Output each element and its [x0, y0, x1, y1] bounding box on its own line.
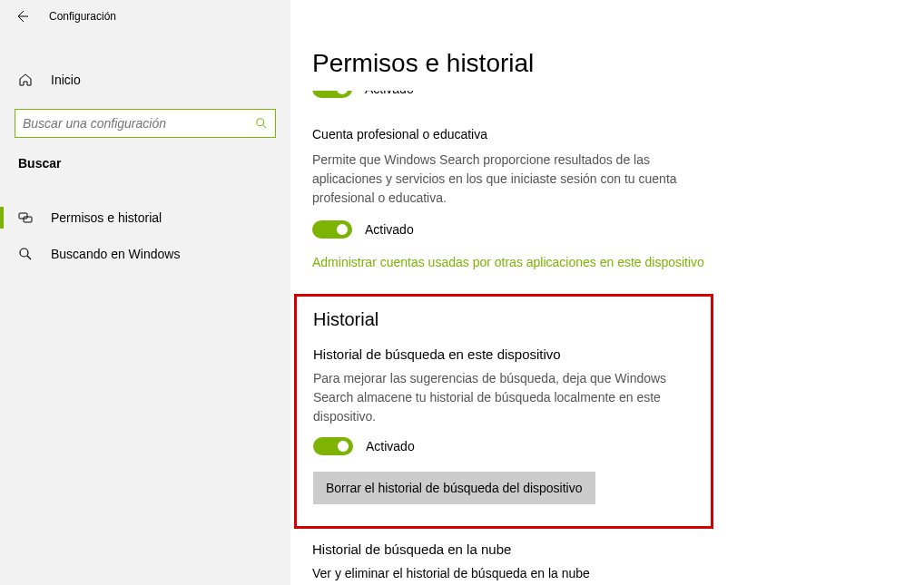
history-toggle-label: Activado: [366, 439, 415, 453]
search-input[interactable]: [23, 116, 250, 131]
sidebar-section-label: Buscar: [0, 138, 290, 176]
history-toggle[interactable]: [313, 437, 353, 455]
history-highlight-box: Historial Historial de búsqueda en este …: [294, 294, 713, 529]
nav-list: Permisos e historial Buscando en Windows: [0, 200, 290, 272]
svg-point-0: [257, 119, 264, 126]
cloud-history-line: Ver y eliminar el historial de búsqueda …: [312, 566, 730, 580]
main-content: Permisos e historial Activado Cuenta pro…: [290, 0, 924, 585]
sidebar-header: Configuración: [0, 0, 290, 33]
sidebar-item-permissions-history[interactable]: Permisos e historial: [0, 200, 290, 236]
sidebar-item-label: Buscando en Windows: [51, 247, 180, 261]
permissions-icon: [18, 210, 33, 225]
history-toggle-row: Activado: [313, 437, 694, 455]
search-icon[interactable]: [250, 117, 268, 130]
svg-point-3: [20, 249, 28, 257]
device-history-title: Historial de búsqueda en este dispositiv…: [313, 346, 694, 362]
device-history-desc: Para mejorar las sugerencias de búsqueda…: [313, 369, 694, 426]
cloud-history-title: Historial de búsqueda en la nube: [312, 541, 730, 557]
back-arrow-icon[interactable]: [15, 9, 29, 24]
sidebar-item-searching-windows[interactable]: Buscando en Windows: [0, 236, 290, 272]
cloud-history-section: Historial de búsqueda en la nube Ver y e…: [312, 541, 730, 585]
home-icon: [18, 73, 33, 87]
manage-accounts-link[interactable]: Administrar cuentas usadas por otras apl…: [312, 255, 704, 269]
home-nav[interactable]: Inicio: [0, 63, 290, 96]
app-title: Configuración: [49, 10, 116, 23]
toggle-previous[interactable]: [312, 91, 352, 98]
clipped-toggle-row: Activado: [312, 91, 902, 100]
sidebar-item-label: Permisos e historial: [51, 210, 162, 225]
account-toggle-row: Activado: [312, 220, 902, 239]
clear-history-button[interactable]: Borrar el historial de búsqueda del disp…: [313, 472, 595, 504]
sidebar: Configuración Inicio Buscar Permisos e h…: [0, 0, 290, 585]
search-box[interactable]: [15, 109, 276, 138]
toggle-label: Activado: [365, 91, 414, 96]
account-toggle[interactable]: [312, 220, 352, 239]
account-section-desc: Permite que Windows Search proporcione r…: [312, 151, 721, 208]
home-label: Inicio: [51, 73, 81, 87]
page-title: Permisos e historial: [312, 49, 902, 78]
history-heading: Historial: [313, 309, 694, 330]
account-toggle-label: Activado: [365, 222, 414, 237]
account-section-title: Cuenta profesional o educativa: [312, 127, 902, 141]
search-windows-icon: [18, 247, 33, 261]
